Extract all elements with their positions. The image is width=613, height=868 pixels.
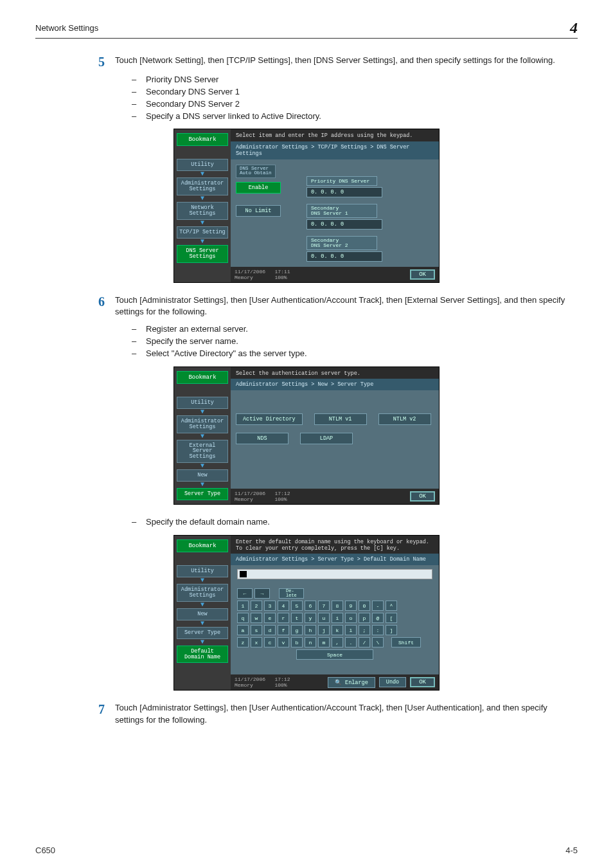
shift-key[interactable]: Shift	[391, 637, 421, 647]
key[interactable]: b	[291, 637, 303, 647]
option-active-directory[interactable]: Active Directory	[236, 413, 303, 425]
enlarge-button[interactable]: 🔍 Enlarge	[328, 677, 375, 688]
arrow-right-key[interactable]: →	[254, 588, 270, 599]
bookmark-button[interactable]: Bookmark	[177, 371, 228, 384]
key[interactable]: i	[332, 613, 343, 623]
key[interactable]: f	[278, 625, 289, 635]
crumb-server-type[interactable]: Server Type	[177, 627, 228, 639]
crumb-tcpip[interactable]: TCP/IP Setting	[177, 226, 228, 239]
bullet: Secondary DNS Server 1	[146, 86, 240, 98]
key[interactable]: 6	[305, 601, 316, 611]
crumb-dns[interactable]: DNS Server Settings	[177, 245, 228, 263]
crumb-domain-name[interactable]: Default Domain Name	[177, 646, 228, 664]
device-screen-domain-name: Bookmark Utility ▼ Administrator Setting…	[173, 535, 440, 691]
undo-button[interactable]: Undo	[379, 677, 406, 687]
secondary-dns2-value: 0. 0. 0. 0	[306, 251, 382, 262]
key[interactable]: a	[237, 625, 249, 635]
key[interactable]: u	[318, 613, 330, 623]
key[interactable]: -	[372, 601, 384, 611]
key[interactable]: l	[345, 625, 357, 635]
ok-button[interactable]: OK	[410, 677, 435, 687]
key[interactable]: w	[251, 613, 262, 623]
key[interactable]: n	[305, 637, 316, 647]
step-number: 5	[93, 55, 105, 69]
key[interactable]: @	[372, 613, 384, 623]
key[interactable]: ;	[359, 625, 370, 635]
key[interactable]: k	[332, 625, 343, 635]
domain-name-input[interactable]	[237, 569, 432, 579]
option-ntlm-v2[interactable]: NTLM v2	[378, 413, 431, 425]
key[interactable]: q	[237, 613, 249, 623]
device-screen-dns: Bookmark Utility ▼ Administrator Setting…	[173, 129, 440, 282]
key[interactable]: 7	[318, 601, 330, 611]
crumb-new[interactable]: New	[177, 469, 228, 482]
key[interactable]: 9	[345, 601, 357, 611]
key[interactable]: r	[278, 613, 289, 623]
secondary-dns2-label[interactable]: Secondary DNS Server 2	[306, 236, 377, 250]
key[interactable]: 5	[291, 601, 303, 611]
crumb-admin[interactable]: Administrator Settings	[177, 584, 228, 602]
key[interactable]: e	[264, 613, 276, 623]
key[interactable]: ^	[386, 601, 397, 611]
key[interactable]: \	[372, 637, 384, 647]
enable-button[interactable]: Enable	[236, 182, 281, 194]
key[interactable]: m	[318, 637, 330, 647]
crumb-utility[interactable]: Utility	[177, 565, 228, 577]
crumb-admin[interactable]: Administrator Settings	[177, 415, 228, 433]
key[interactable]: z	[237, 637, 249, 647]
key[interactable]: [	[386, 613, 397, 623]
option-ldap[interactable]: LDAP	[300, 433, 353, 444]
key[interactable]: g	[291, 625, 303, 635]
chevron-down-icon: ▼	[177, 483, 228, 487]
bookmark-button[interactable]: Bookmark	[177, 539, 228, 552]
bullet: Specify the server name.	[146, 336, 238, 348]
key[interactable]: ]	[386, 625, 397, 635]
key[interactable]: h	[305, 625, 316, 635]
status-datetime: 11/17/2006 17:12Memory 100%	[235, 491, 290, 502]
no-limit-button[interactable]: No Limit	[236, 205, 281, 217]
key-row-1: 1234567890-^	[237, 601, 432, 611]
breadcrumb: Administrator Settings > New > Server Ty…	[231, 379, 439, 390]
crumb-new[interactable]: New	[177, 608, 228, 620]
delete-key[interactable]: De- lete	[279, 588, 304, 599]
ok-button[interactable]: OK	[410, 269, 435, 280]
option-ntlm-v1[interactable]: NTLM v1	[314, 413, 367, 425]
step-6: 6 Touch [Administrator Settings], then […	[93, 294, 578, 319]
key[interactable]: s	[251, 625, 262, 635]
crumb-external[interactable]: External Server Settings	[177, 440, 228, 464]
ok-button[interactable]: OK	[410, 491, 435, 502]
crumb-server-type[interactable]: Server Type	[177, 488, 228, 500]
option-nds[interactable]: NDS	[236, 433, 289, 444]
key[interactable]: ,	[332, 637, 343, 647]
key[interactable]: :	[372, 625, 384, 635]
key[interactable]: d	[264, 625, 276, 635]
arrow-left-key[interactable]: ←	[237, 588, 253, 599]
dns-auto-tab[interactable]: DNS Server Auto Obtain	[236, 165, 276, 178]
key[interactable]: c	[264, 637, 276, 647]
space-key[interactable]: Space	[296, 649, 373, 660]
chevron-down-icon: ▼	[177, 579, 228, 583]
key[interactable]: y	[305, 613, 316, 623]
key[interactable]: 2	[251, 601, 262, 611]
key[interactable]: t	[291, 613, 303, 623]
key[interactable]: 8	[332, 601, 343, 611]
crumb-network[interactable]: Network Settings	[177, 202, 228, 220]
priority-dns-label[interactable]: Priority DNS Server	[306, 176, 377, 186]
crumb-utility[interactable]: Utility	[177, 397, 228, 409]
crumb-utility[interactable]: Utility	[177, 159, 228, 171]
key[interactable]: /	[359, 637, 370, 647]
key[interactable]: 0	[359, 601, 370, 611]
secondary-dns1-label[interactable]: Secondary DNS Server 1	[306, 204, 377, 218]
key[interactable]: 3	[264, 601, 276, 611]
key[interactable]: o	[345, 613, 357, 623]
crumb-admin[interactable]: Administrator Settings	[177, 177, 228, 195]
key[interactable]: p	[359, 613, 370, 623]
bookmark-button[interactable]: Bookmark	[177, 133, 228, 146]
key[interactable]: v	[278, 637, 289, 647]
key[interactable]: 4	[278, 601, 289, 611]
key[interactable]: j	[318, 625, 330, 635]
key[interactable]: 1	[237, 601, 249, 611]
key[interactable]: x	[251, 637, 262, 647]
key-row-2: qwertyuiop@[	[237, 613, 432, 623]
key[interactable]: .	[345, 637, 357, 647]
